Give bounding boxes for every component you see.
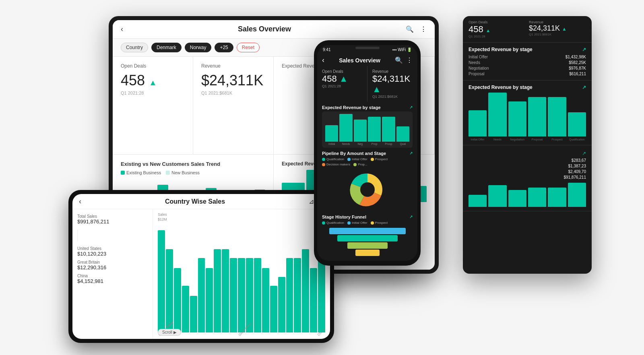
rp-bar (469, 110, 487, 136)
pphone-search-icon[interactable]: 🔍 (395, 56, 403, 64)
lphone-filter-icon[interactable]: ⊿ (309, 198, 314, 205)
rp-bar (568, 112, 586, 136)
legend-new-dot (166, 171, 170, 175)
tablet-header-icons: 🔍 ⋮ (406, 25, 427, 33)
list-item: $91,876,211 (469, 175, 586, 180)
legend-dot (371, 158, 374, 161)
legend-dot (322, 158, 325, 161)
more-icon[interactable]: ⋮ (420, 25, 427, 33)
total-sales-metric: Total Sales $991,876,211 (77, 214, 148, 225)
bar-italy (230, 258, 237, 332)
total-sales-value: $991,876,211 (77, 219, 148, 225)
legend-dot (353, 163, 357, 166)
gb-label: Great Britain (77, 260, 148, 264)
pphone-more-icon[interactable]: ⋮ (406, 56, 413, 64)
rp-bottom-bar (508, 190, 526, 207)
rp-bar-chart: Initial Offer Needs Negotiation Proposal… (469, 93, 586, 141)
back-icon[interactable]: ‹ (121, 25, 123, 33)
filter-more[interactable]: +25 (215, 43, 233, 52)
divider (77, 229, 78, 241)
pphone-bar (396, 126, 409, 142)
bar-uz (286, 258, 293, 332)
pphone-pie-legend: Qualification Initial Offer Prospect Dec… (322, 157, 413, 166)
pphone-pie-container (322, 168, 413, 211)
filter-country[interactable]: Country (121, 43, 148, 52)
expand-icon-2[interactable]: ↗ (582, 85, 586, 90)
tablet-title: Sales Overview (238, 25, 291, 33)
rp-open-deals: Open Deals 458 ▲ Q1 2021:28 (469, 20, 526, 38)
legend-existing-label: Existing Business (126, 170, 161, 175)
pphone-revenue-label: Revenue (372, 69, 413, 74)
rp-bottom-bar (469, 195, 487, 207)
sales-trend-legend: Existing Business New Business (121, 170, 265, 175)
bar-nl (238, 258, 245, 332)
revenue-value: $24,311K (201, 72, 265, 89)
lphone-content: Total Sales $991,876,211 United States $… (72, 209, 330, 339)
pipeline-expand-icon[interactable]: ↗ (409, 151, 413, 156)
us-label: United States (77, 246, 148, 251)
scroll-button[interactable]: Scroll ▶ (158, 329, 181, 336)
bar-colombia (302, 249, 309, 332)
portrait-phone-device: 9:41 ▪▪▪ WiFi 🔋 ‹ Sales Overview 🔍 ⋮ Ope… (314, 40, 421, 266)
rp-bar (528, 97, 546, 136)
y-axis-label: Sales (158, 213, 325, 217)
legend-new: New Business (166, 170, 200, 175)
expand-icon-3[interactable]: ↗ (582, 151, 586, 156)
rp-revenue-value: $24,311K ▲ (529, 24, 586, 33)
legend-prospect: Prospect (371, 157, 388, 161)
pphone-funnel-section: Stage History Funnel ↗ Qualification Ini… (317, 213, 417, 259)
rp-bar (548, 97, 566, 136)
rp-bar-label: Qualification (568, 138, 586, 141)
bar-label: Initial (325, 142, 338, 145)
lphone-title: Country Wise Sales (81, 198, 309, 205)
rp-bar-label: Negotiation (508, 138, 526, 141)
bar-sweden (246, 258, 253, 332)
rp-bottom-bar (528, 188, 546, 207)
expand-icon[interactable]: ↗ (582, 47, 586, 52)
bar-col2 (310, 268, 317, 332)
legend-dot (347, 158, 351, 161)
filter-denmark[interactable]: Denmark (151, 43, 182, 52)
funnel-level-2 (337, 235, 398, 241)
legend-initial-offer: Initial Offer (347, 157, 367, 161)
bar-japan (198, 258, 205, 332)
rp-list: Initial Offer $1,432,98K Needs $582,25K … (469, 55, 586, 76)
funnel-dot (347, 221, 351, 225)
lphone-sidebar: Total Sales $991,876,211 United States $… (72, 209, 153, 339)
pphone-bar (368, 117, 381, 142)
y-axis-12m: $12M (158, 217, 325, 221)
legend-new-label: New Business (171, 170, 200, 175)
reset-button[interactable]: Reset (237, 43, 260, 52)
bar-china (174, 268, 181, 332)
funnel-level-1 (329, 228, 406, 234)
legend-existing-dot (121, 171, 125, 175)
pphone-bars (325, 114, 409, 142)
rp-bar-chart-section: Expected Revenue by stage ↗ Initial Offe… (463, 80, 592, 145)
legend-decision: Decision makers (322, 163, 350, 166)
funnel-dot (371, 221, 374, 225)
legend-dot (322, 163, 325, 166)
bar-canada (270, 286, 277, 332)
us-value: $10,120,223 (77, 251, 148, 257)
rp-open-deals-value: 458 ▲ (469, 24, 526, 35)
rp-bottom-section: ↗ $283,67 $1,387,23 $2,409,70 $91,876,21… (463, 145, 592, 211)
rp-metrics-section: Open Deals 458 ▲ Q1 2021:28 Revenue $24,… (463, 16, 592, 43)
rp-bar-chart-title: Expected Revenue by stage ↗ (469, 85, 586, 90)
rp-bottom-bar (488, 185, 506, 207)
list-item: $1,387,23 (469, 164, 586, 168)
search-icon[interactable]: 🔍 (406, 25, 414, 33)
scene: ‹ Sales Overview 🔍 ⋮ Country Denmark Nor… (0, 0, 644, 355)
rp-exp-revenue-title: Expected Revenue by stage ↗ (469, 47, 586, 52)
bar-cuba (262, 268, 269, 332)
filter-norway[interactable]: Norway (185, 43, 212, 52)
pphone-open-deals-value: 458 ▲ (322, 74, 362, 84)
pphone-exp-revenue-title: Expected Revenue by stage ↗ (322, 105, 413, 110)
pphone-funnel-legend: Qualification Initial Offer Prospect (322, 221, 413, 225)
rp-metric-row: Open Deals 458 ▲ Q1 2021:28 Revenue $24,… (469, 20, 586, 38)
bar-label: Qual (396, 142, 409, 145)
bar-armenia (294, 258, 301, 332)
funnel-expand-icon[interactable]: ↗ (409, 215, 413, 219)
expand-icon[interactable]: ↗ (409, 105, 413, 109)
list-item: $283,67 (469, 158, 586, 163)
list-item: Proposal $616,211 (469, 72, 586, 76)
